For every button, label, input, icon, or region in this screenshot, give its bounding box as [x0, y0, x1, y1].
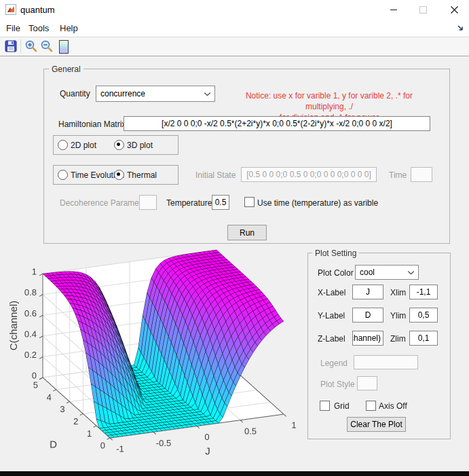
- axis-off-checkbox[interactable]: [366, 401, 376, 411]
- surface-plot: [7, 244, 309, 472]
- maximize-button[interactable]: [411, 0, 434, 19]
- zlim-value: 0,1: [418, 333, 430, 343]
- radio-thermal[interactable]: [114, 170, 124, 180]
- decoherence-input: [139, 195, 157, 210]
- radio-3d-plot[interactable]: [114, 140, 124, 150]
- axis-off-checkbox-label[interactable]: Axis Off: [379, 401, 407, 411]
- radio-dot: [117, 143, 120, 146]
- clear-plot-button[interactable]: Clear The Plot: [347, 417, 406, 432]
- hamiltonian-input[interactable]: [x/2 0 0 0;0 -x/2 0.5*(2+2i*y)*x 0;0 0.5…: [124, 116, 430, 131]
- x-label-label: X-Label: [318, 288, 345, 297]
- zlim-input[interactable]: 0,1: [409, 331, 438, 346]
- xlim-input[interactable]: -1,1: [409, 285, 438, 299]
- chevron-down-icon: [407, 270, 415, 275]
- matlab-logo-icon: [5, 4, 16, 15]
- bottom-edge: [0, 471, 469, 476]
- x-label-value: J: [366, 287, 370, 297]
- menu-file[interactable]: File: [6, 23, 20, 33]
- x-label-input[interactable]: J: [352, 285, 383, 299]
- ylim-input[interactable]: 0,5: [409, 308, 438, 323]
- z-label-input[interactable]: C(channel): [352, 331, 383, 346]
- run-button-label: Run: [240, 228, 255, 238]
- radio-3d-plot-label[interactable]: 3D plot: [127, 141, 153, 150]
- close-button[interactable]: [443, 0, 466, 19]
- y-label-input[interactable]: D: [352, 308, 383, 323]
- minimize-button[interactable]: [382, 0, 405, 19]
- chevron-down-icon: [204, 92, 211, 96]
- zoom-out-icon[interactable]: [40, 39, 54, 53]
- plot-color-dropdown[interactable]: cool: [355, 265, 419, 280]
- hamiltonian-label: Hamiltonian Matrix: [58, 120, 126, 129]
- legend-input: [354, 355, 418, 369]
- use-time-checkbox[interactable]: [244, 197, 255, 207]
- title-bar: quantum: [0, 0, 469, 19]
- plot-color-value: cool: [360, 268, 375, 277]
- plot-color-label: Plot Color: [318, 268, 354, 278]
- hamiltonian-value: [x/2 0 0 0;0 -x/2 0.5*(2+2i*y)*x 0;0 0.5…: [162, 119, 392, 128]
- time-input: [411, 167, 432, 182]
- radio-time-evolution[interactable]: [58, 170, 68, 180]
- xlim-label: Xlim: [390, 288, 406, 297]
- menu-tools[interactable]: Tools: [29, 23, 49, 33]
- menu-bar: File Tools Help: [0, 19, 469, 37]
- close-icon: [450, 5, 459, 14]
- quantity-dropdown[interactable]: concurrence: [96, 86, 215, 102]
- y-label-label: Y-Label: [318, 311, 345, 321]
- maximize-icon: [419, 6, 427, 14]
- grid-checkbox-label[interactable]: Grid: [334, 401, 350, 411]
- zlim-label: Zlim: [390, 334, 406, 344]
- radio-dot: [117, 172, 120, 176]
- general-panel-title: General: [49, 65, 83, 74]
- ylim-value: 0,5: [418, 310, 430, 320]
- radio-2d-plot[interactable]: [58, 140, 68, 150]
- y-label-value: D: [365, 310, 371, 320]
- app-window: quantum File Tools Help: [0, 0, 469, 476]
- toolbar-separator: [20, 39, 21, 53]
- plot-style-input: [357, 376, 377, 390]
- temperature-input[interactable]: 0.5: [212, 195, 229, 210]
- radio-thermal-label[interactable]: Thermal: [127, 170, 157, 180]
- initial-state-label: Initial State: [195, 170, 236, 180]
- menu-help[interactable]: Help: [60, 23, 78, 33]
- time-label: Time: [389, 170, 407, 180]
- save-icon[interactable]: [5, 40, 17, 52]
- use-time-checkbox-label[interactable]: Use time (temperature) as varible: [257, 198, 378, 208]
- notice-line-1: Notice: use x for varible 1, y for varib…: [226, 90, 432, 112]
- run-button[interactable]: Run: [227, 225, 267, 240]
- legend-label: Legend: [320, 359, 348, 368]
- tool-bar: [0, 37, 469, 56]
- zoom-in-icon[interactable]: [24, 39, 38, 53]
- xlim-value: -1,1: [417, 287, 431, 297]
- dock-arrow-icon[interactable]: [457, 24, 464, 32]
- quantity-value: concurrence: [100, 89, 145, 98]
- temperature-label: Temperature: [166, 198, 212, 208]
- initial-state-input: [0.5 0 0 0;0 0.5 0 0;0 0 0 0;0 0 0 0]: [241, 167, 377, 182]
- colormap-icon[interactable]: [59, 40, 69, 54]
- z-label-value: C(channel): [352, 333, 381, 343]
- plot-setting-title: Plot Setting: [312, 249, 359, 258]
- quantity-label: Quantity: [60, 89, 90, 98]
- temperature-value: 0.5: [215, 198, 227, 207]
- window-title: quantum: [20, 5, 55, 15]
- plot-setting-panel: [307, 253, 451, 439]
- plot-style-label: Plot Style: [320, 380, 355, 389]
- minimize-icon: [390, 5, 398, 14]
- z-label-label: Z-Label: [318, 334, 345, 344]
- clear-plot-button-label: Clear The Plot: [350, 420, 402, 429]
- ylim-label: Ylim: [390, 311, 406, 321]
- initial-state-value: [0.5 0 0 0;0 0.5 0 0;0 0 0 0;0 0 0 0]: [246, 170, 371, 179]
- radio-2d-plot-label[interactable]: 2D plot: [71, 141, 96, 150]
- grid-checkbox[interactable]: [320, 401, 330, 411]
